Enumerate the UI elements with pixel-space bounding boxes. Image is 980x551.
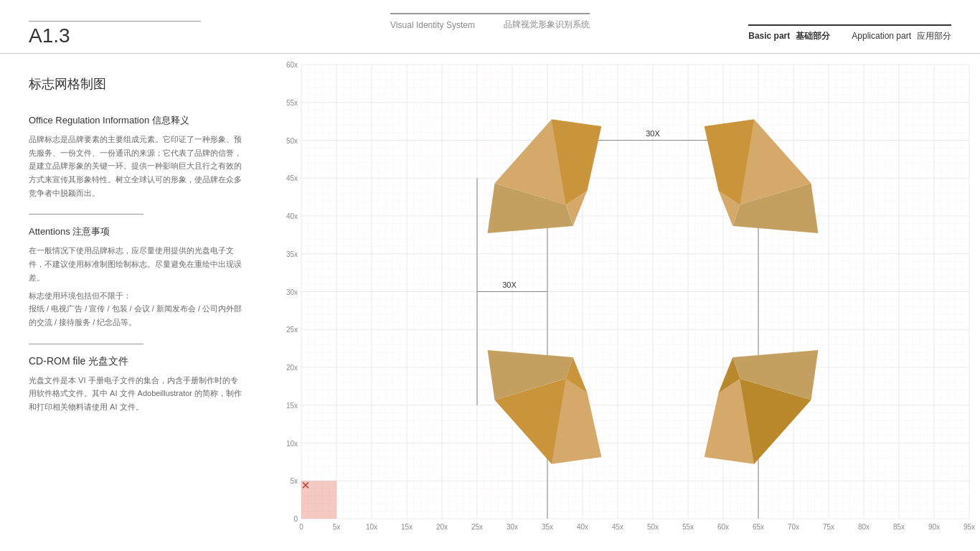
nav-application-part[interactable]: Application part 应用部分 [852, 30, 951, 42]
main-content: 标志网格制图 Office Regulation Information 信息释… [0, 54, 980, 551]
nav-basic-part[interactable]: Basic part 基础部分 [748, 30, 830, 42]
attentions-block: Attentions 注意事项 在一般情况下使用品牌标志，应尽量使用提供的光盘电… [29, 225, 244, 329]
divider-2 [29, 344, 143, 344]
attentions-text2: 标志使用环境包括但不限于： [29, 289, 244, 303]
office-regulation-block: Office Regulation Information 信息释义 品牌标志是… [29, 114, 244, 199]
header-center: Visual Identity System 品牌视觉形象识别系统 [390, 13, 590, 31]
vis-system-row: Visual Identity System 品牌视觉形象识别系统 [390, 19, 590, 31]
cd-rom-title: CD-ROM file 光盘文件 [29, 355, 244, 368]
right-panel [273, 54, 980, 551]
page-number: A1.3 [29, 26, 201, 46]
cd-rom-text: 光盘文件是本 VI 手册电子文件的集合，内含手册制作时的专用软件格式文件。其中 … [29, 374, 244, 414]
header-top-line [29, 21, 201, 22]
header: A1.3 Visual Identity System 品牌视觉形象识别系统 B… [0, 0, 980, 54]
header-right: Basic part 基础部分 Application part 应用部分 [748, 24, 951, 42]
application-part-cn: 应用部分 [917, 30, 951, 42]
attentions-text3: 报纸 / 电视广告 / 宣传 / 包装 / 会议 / 新闻发布会 / 公司内外部… [29, 302, 244, 329]
vis-system-block: Visual Identity System 品牌视觉形象识别系统 [390, 13, 590, 31]
basic-part-en: Basic part [748, 31, 790, 41]
attentions-text1: 在一般情况下使用品牌标志，应尽量使用提供的光盘电子文件，不建议使用标准制图绘制标… [29, 244, 244, 284]
left-panel: 标志网格制图 Office Regulation Information 信息释… [0, 54, 273, 551]
application-part-en: Application part [852, 31, 911, 41]
grid-canvas [273, 54, 980, 551]
divider-1 [29, 214, 143, 215]
office-regulation-text: 品牌标志是品牌要素的主要组成元素。它印证了一种形象、预先服务、一份文件、一份通讯… [29, 133, 244, 199]
attentions-title: Attentions 注意事项 [29, 225, 244, 238]
office-regulation-title: Office Regulation Information 信息释义 [29, 114, 244, 127]
vis-system-cn: 品牌视觉形象识别系统 [504, 19, 590, 31]
vis-system-en: Visual Identity System [390, 20, 475, 30]
header-left: A1.3 [29, 21, 201, 46]
section-title: 标志网格制图 [29, 75, 244, 93]
basic-part-cn: 基础部分 [796, 30, 830, 42]
cd-rom-block: CD-ROM file 光盘文件 光盘文件是本 VI 手册电子文件的集合，内含手… [29, 355, 244, 414]
